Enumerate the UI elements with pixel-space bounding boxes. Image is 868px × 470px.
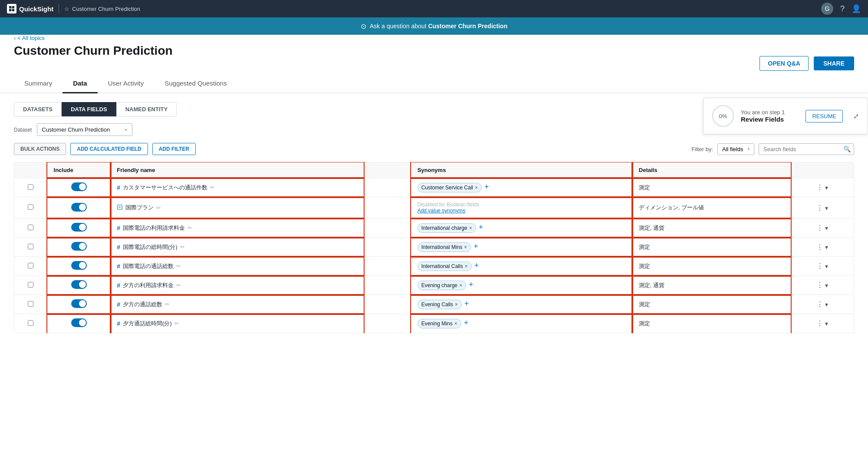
row-menu-button[interactable]: ⋮ [816, 301, 823, 308]
row-menu-button[interactable]: ⋮ [816, 320, 823, 327]
add-synonym-button[interactable]: + [473, 242, 478, 251]
row-checkbox[interactable] [28, 320, 33, 326]
remove-synonym-button[interactable]: × [475, 185, 478, 190]
add-synonym-button[interactable]: + [464, 318, 469, 327]
include-toggle[interactable] [71, 280, 87, 289]
filter-select[interactable]: All fields [717, 143, 754, 155]
expand-icon[interactable]: ⤢ [853, 112, 859, 120]
search-input[interactable] [759, 143, 854, 155]
add-filter-button[interactable]: ADD FILTER [152, 143, 196, 155]
tab-user-activity[interactable]: User Activity [98, 74, 155, 93]
add-calculated-field-button[interactable]: ADD CALCULATED FIELD [70, 143, 148, 155]
share-button[interactable]: SHARE [814, 56, 854, 70]
include-toggle[interactable] [71, 261, 87, 270]
tab-data[interactable]: Data [62, 74, 98, 93]
svg-rect-3 [12, 9, 14, 11]
remove-synonym-button[interactable]: × [464, 245, 467, 250]
add-synonym-button[interactable]: + [464, 299, 469, 308]
user-icon[interactable]: 👤 [852, 4, 861, 13]
ai-icon: ⊙ [361, 22, 366, 30]
add-synonym-button[interactable]: + [484, 182, 489, 191]
include-cell [47, 197, 111, 218]
remove-synonym-button[interactable]: × [454, 321, 457, 326]
remove-synonym-button[interactable]: × [465, 264, 468, 269]
edit-icon[interactable]: ✏ [210, 184, 215, 191]
row-menu-button[interactable]: ⋮ [816, 184, 823, 191]
add-synonym-button[interactable]: + [469, 280, 473, 289]
add-value-synonyms-link[interactable]: Add value synonyms [418, 208, 626, 214]
remove-synonym-button[interactable]: × [469, 225, 472, 231]
tab-suggested-questions[interactable]: Suggested Questions [154, 74, 237, 93]
row-checkbox-cell [14, 276, 48, 295]
th-details: Details [632, 162, 790, 178]
table-row: #カスタマーサービスへの通話件数✏Customer Service Call×+… [14, 178, 854, 197]
row-checkbox[interactable] [28, 204, 33, 210]
dataset-label: Dataset [14, 127, 32, 133]
step-percent: 0% [719, 113, 727, 119]
add-synonym-button[interactable]: + [479, 223, 483, 232]
row-expand-button[interactable]: ▾ [825, 301, 828, 308]
dataset-select[interactable]: Customer Churn Prediction [37, 123, 132, 136]
row-expand-button[interactable]: ▾ [825, 184, 828, 191]
details-cell: 測定, 通貨 [632, 218, 790, 238]
synonym-chip: International charge× [418, 223, 476, 233]
row-checkbox[interactable] [28, 184, 33, 190]
friendly-name-text: 夕方通話総時間(分) [123, 320, 172, 328]
row-expand-button[interactable]: ▾ [825, 205, 828, 212]
row-menu-button[interactable]: ⋮ [816, 224, 823, 232]
row-menu-button[interactable]: ⋮ [816, 243, 823, 251]
edit-icon[interactable]: ✏ [156, 205, 161, 211]
row-checkbox[interactable] [28, 225, 33, 230]
remove-synonym-button[interactable]: × [459, 283, 462, 288]
row-checkbox[interactable] [28, 282, 33, 288]
include-toggle[interactable] [71, 223, 87, 232]
include-toggle[interactable] [71, 203, 87, 212]
include-toggle[interactable] [71, 318, 87, 327]
resume-button[interactable]: RESUME [806, 110, 843, 122]
bulk-actions-button[interactable]: BULK ACTIONS [14, 143, 66, 155]
include-cell [47, 276, 111, 295]
edit-icon[interactable]: ✏ [174, 320, 179, 327]
synonyms-cell: International Mins×+ [411, 238, 632, 257]
row-menu-button[interactable]: ⋮ [816, 281, 823, 289]
edit-icon[interactable]: ✏ [165, 301, 170, 308]
edit-icon[interactable]: ✏ [176, 263, 181, 269]
data-fields-button[interactable]: DATA FIELDS [62, 102, 116, 116]
nav-actions: G ? 👤 [821, 3, 861, 15]
friendly-name-text: 夕方の利用請求料金 [123, 281, 174, 289]
add-synonym-button[interactable]: + [474, 261, 479, 270]
edit-icon[interactable]: ✏ [187, 225, 192, 231]
toolbar: BULK ACTIONS ADD CALCULATED FIELD ADD FI… [0, 143, 868, 155]
include-toggle[interactable] [71, 242, 87, 251]
row-expand-button[interactable]: ▾ [825, 320, 828, 327]
edit-icon[interactable]: ✏ [176, 282, 181, 288]
profile-icon[interactable]: G [821, 3, 833, 15]
app-logo[interactable]: QuickSight [7, 4, 53, 13]
th-friendly-name: Friendly name [111, 162, 364, 178]
friendly-name-cell: #夕方の通話総数✏ [111, 295, 364, 314]
back-link[interactable]: ‹ < All topics [14, 35, 854, 41]
qna-banner[interactable]: ⊙ Ask a question about Customer Churn Pr… [0, 17, 868, 35]
tab-summary[interactable]: Summary [14, 74, 62, 93]
synonym-text: International Mins [421, 244, 463, 250]
row-expand-button[interactable]: ▾ [825, 263, 828, 270]
datasets-button[interactable]: DATASETS [14, 102, 62, 116]
named-entity-button[interactable]: NAMED ENTITY [116, 102, 177, 116]
row-checkbox[interactable] [28, 263, 33, 268]
row-checkbox[interactable] [28, 301, 33, 307]
edit-icon[interactable]: ✏ [180, 244, 185, 250]
include-cell [47, 238, 111, 257]
open-qna-button[interactable]: OPEN Q&A [760, 56, 809, 71]
include-toggle[interactable] [71, 182, 87, 191]
row-expand-button[interactable]: ▾ [825, 244, 828, 251]
row-expand-button[interactable]: ▾ [825, 282, 828, 289]
row-expand-button[interactable]: ▾ [825, 225, 828, 232]
row-checkbox[interactable] [28, 244, 33, 249]
row-menu-button[interactable]: ⋮ [816, 204, 823, 212]
include-toggle[interactable] [71, 299, 87, 308]
remove-synonym-button[interactable]: × [455, 302, 458, 307]
help-icon[interactable]: ? [840, 4, 845, 13]
nav-divider [59, 4, 59, 13]
include-cell [47, 295, 111, 314]
row-menu-button[interactable]: ⋮ [816, 262, 823, 270]
